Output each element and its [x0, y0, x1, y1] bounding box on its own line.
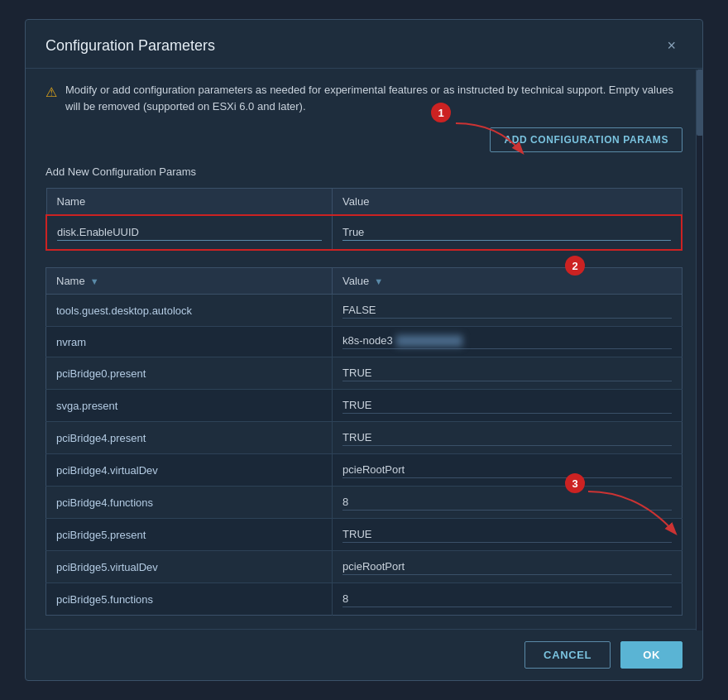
table-row: pciBridge4.virtualDev — [46, 454, 682, 487]
existing-name-header: Name ▼ — [46, 268, 333, 295]
param-value-cell — [333, 422, 682, 454]
warning-text: Modify or add configuration parameters a… — [65, 82, 682, 114]
param-value-cell — [333, 519, 682, 551]
cancel-button[interactable]: CANCEL — [524, 641, 611, 669]
new-param-name-input[interactable] — [57, 224, 322, 241]
param-name-cell: nvram — [46, 327, 333, 357]
warning-icon: ⚠ — [46, 83, 57, 103]
table-row: nvramk8s-node3XXXXXXXX — [46, 327, 682, 357]
param-value-input[interactable] — [342, 526, 672, 543]
param-value-blurred: k8s-node3XXXXXXXX — [342, 334, 672, 349]
param-value-input[interactable] — [342, 302, 672, 319]
param-value-cell — [333, 487, 682, 519]
new-params-section: Add New Configuration Params Name Value — [46, 165, 682, 251]
table-row: pciBridge5.virtualDev — [46, 551, 682, 583]
param-value-cell — [333, 357, 682, 390]
existing-value-header: Value ▼ — [333, 268, 682, 295]
param-value-input[interactable] — [342, 462, 672, 478]
modal-body: ⚠ Modify or add configuration parameters… — [26, 69, 702, 629]
param-value-cell — [333, 551, 682, 583]
annotation-3: 3 — [565, 473, 585, 493]
param-value-input[interactable] — [342, 494, 672, 511]
table-row: pciBridge5.functions — [46, 583, 682, 616]
param-value-input[interactable] — [342, 559, 672, 575]
param-name-cell: pciBridge4.virtualDev — [46, 454, 333, 487]
modal-footer: CANCEL OK — [26, 629, 702, 680]
table-row: svga.present — [46, 390, 682, 422]
scrollbar-thumb[interactable] — [697, 70, 703, 136]
param-name-cell: pciBridge5.present — [46, 519, 333, 551]
name-filter-icon[interactable]: ▼ — [90, 276, 99, 286]
modal-title: Configuration Parameters — [46, 37, 215, 55]
value-filter-icon[interactable]: ▼ — [374, 276, 383, 286]
table-row: pciBridge4.functions — [46, 487, 682, 519]
table-row: tools.guest.desktop.autolock — [46, 295, 682, 327]
param-value-cell — [333, 295, 682, 327]
param-value-cell — [333, 454, 682, 487]
param-value-input[interactable] — [342, 591, 672, 607]
modal-header: Configuration Parameters × — [26, 20, 702, 69]
table-row: pciBridge4.present — [46, 422, 682, 454]
close-button[interactable]: × — [660, 35, 682, 56]
table-row: pciBridge0.present — [46, 357, 682, 390]
new-table-value-header: Value — [333, 189, 682, 216]
ok-button[interactable]: OK — [620, 641, 682, 669]
add-configuration-params-button[interactable]: ADD CONFIGURATION PARAMS — [490, 127, 682, 152]
param-value-cell — [333, 583, 682, 616]
param-name-cell: pciBridge0.present — [46, 357, 333, 390]
param-name-cell: svga.present — [46, 390, 333, 422]
param-name-cell: pciBridge5.virtualDev — [46, 551, 333, 583]
scrollbar-track[interactable] — [696, 70, 702, 630]
param-value-input[interactable] — [342, 429, 672, 446]
param-value-input[interactable] — [342, 365, 672, 381]
new-param-value-input[interactable] — [342, 224, 671, 241]
modal-dialog: 1 2 3 Configuration Parameters × ⚠ Modif… — [25, 19, 703, 681]
section-label: Add New Configuration Params — [46, 165, 682, 178]
param-value-cell — [333, 390, 682, 422]
new-params-table: Name Value — [46, 188, 682, 251]
param-name-cell: tools.guest.desktop.autolock — [46, 295, 333, 327]
annotation-2: 2 — [565, 256, 585, 276]
param-value-input[interactable] — [342, 397, 672, 414]
new-param-value-cell — [333, 215, 682, 250]
param-name-cell: pciBridge4.present — [46, 422, 333, 454]
new-param-name-cell — [46, 215, 333, 250]
new-table-name-header: Name — [46, 189, 333, 216]
new-params-row — [46, 215, 682, 250]
warning-banner: ⚠ Modify or add configuration parameters… — [46, 82, 682, 114]
existing-params-table: Name ▼ Value ▼ tools.guest.desktop.autol… — [46, 267, 682, 616]
param-name-cell: pciBridge4.functions — [46, 487, 333, 519]
param-value-cell: k8s-node3XXXXXXXX — [333, 327, 682, 357]
annotation-1: 1 — [431, 103, 451, 122]
table-row: pciBridge5.present — [46, 519, 682, 551]
param-name-cell: pciBridge5.functions — [46, 583, 333, 616]
